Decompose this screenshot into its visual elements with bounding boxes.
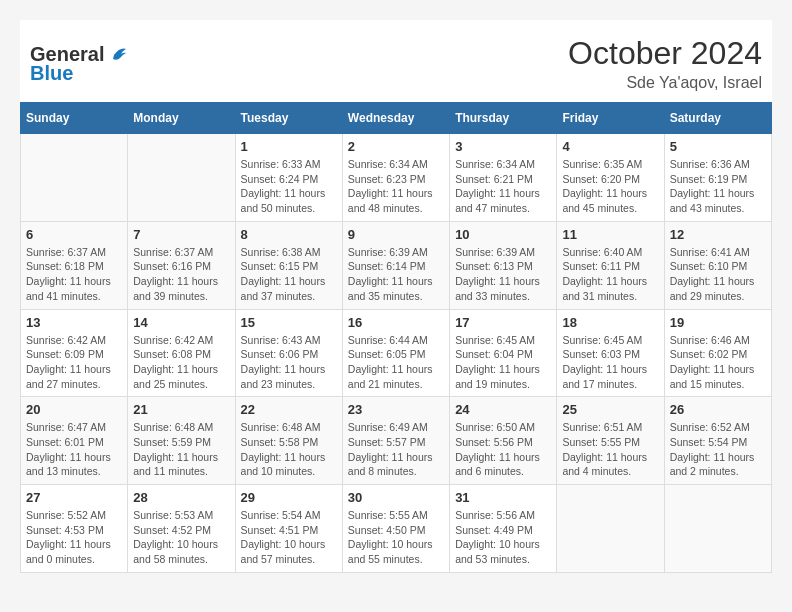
- day-number: 7: [133, 227, 229, 242]
- day-of-week-header: Thursday: [450, 103, 557, 134]
- calendar-day-cell: 12Sunrise: 6:41 AMSunset: 6:10 PMDayligh…: [664, 221, 771, 309]
- day-info: Sunrise: 5:54 AMSunset: 4:51 PMDaylight:…: [241, 508, 337, 567]
- calendar-day-cell: 18Sunrise: 6:45 AMSunset: 6:03 PMDayligh…: [557, 309, 664, 397]
- day-number: 15: [241, 315, 337, 330]
- calendar-day-cell: 11Sunrise: 6:40 AMSunset: 6:11 PMDayligh…: [557, 221, 664, 309]
- calendar-day-cell: 21Sunrise: 6:48 AMSunset: 5:59 PMDayligh…: [128, 397, 235, 485]
- day-info: Sunrise: 6:40 AMSunset: 6:11 PMDaylight:…: [562, 245, 658, 304]
- calendar-day-cell: 19Sunrise: 6:46 AMSunset: 6:02 PMDayligh…: [664, 309, 771, 397]
- calendar-day-cell: 29Sunrise: 5:54 AMSunset: 4:51 PMDayligh…: [235, 485, 342, 573]
- calendar-week-row: 1Sunrise: 6:33 AMSunset: 6:24 PMDaylight…: [21, 134, 772, 222]
- day-info: Sunrise: 5:56 AMSunset: 4:49 PMDaylight:…: [455, 508, 551, 567]
- day-info: Sunrise: 6:49 AMSunset: 5:57 PMDaylight:…: [348, 420, 444, 479]
- day-info: Sunrise: 6:37 AMSunset: 6:18 PMDaylight:…: [26, 245, 122, 304]
- day-number: 29: [241, 490, 337, 505]
- day-number: 23: [348, 402, 444, 417]
- calendar-day-cell: 3Sunrise: 6:34 AMSunset: 6:21 PMDaylight…: [450, 134, 557, 222]
- day-info: Sunrise: 6:44 AMSunset: 6:05 PMDaylight:…: [348, 333, 444, 392]
- day-number: 20: [26, 402, 122, 417]
- day-info: Sunrise: 6:48 AMSunset: 5:59 PMDaylight:…: [133, 420, 229, 479]
- day-number: 12: [670, 227, 766, 242]
- day-number: 11: [562, 227, 658, 242]
- day-info: Sunrise: 6:42 AMSunset: 6:09 PMDaylight:…: [26, 333, 122, 392]
- day-info: Sunrise: 6:42 AMSunset: 6:08 PMDaylight:…: [133, 333, 229, 392]
- logo-blue-text: Blue: [30, 62, 73, 85]
- day-number: 5: [670, 139, 766, 154]
- day-number: 4: [562, 139, 658, 154]
- calendar-day-cell: 14Sunrise: 6:42 AMSunset: 6:08 PMDayligh…: [128, 309, 235, 397]
- day-number: 10: [455, 227, 551, 242]
- day-of-week-header: Tuesday: [235, 103, 342, 134]
- calendar-day-cell: [664, 485, 771, 573]
- calendar-week-row: 13Sunrise: 6:42 AMSunset: 6:09 PMDayligh…: [21, 309, 772, 397]
- day-of-week-header: Saturday: [664, 103, 771, 134]
- day-number: 24: [455, 402, 551, 417]
- calendar-day-cell: 8Sunrise: 6:38 AMSunset: 6:15 PMDaylight…: [235, 221, 342, 309]
- day-info: Sunrise: 6:34 AMSunset: 6:23 PMDaylight:…: [348, 157, 444, 216]
- calendar-day-cell: 6Sunrise: 6:37 AMSunset: 6:18 PMDaylight…: [21, 221, 128, 309]
- day-info: Sunrise: 6:47 AMSunset: 6:01 PMDaylight:…: [26, 420, 122, 479]
- calendar-week-row: 6Sunrise: 6:37 AMSunset: 6:18 PMDaylight…: [21, 221, 772, 309]
- day-number: 26: [670, 402, 766, 417]
- calendar-header-row: SundayMondayTuesdayWednesdayThursdayFrid…: [21, 103, 772, 134]
- day-number: 13: [26, 315, 122, 330]
- day-info: Sunrise: 5:53 AMSunset: 4:52 PMDaylight:…: [133, 508, 229, 567]
- calendar-day-cell: 28Sunrise: 5:53 AMSunset: 4:52 PMDayligh…: [128, 485, 235, 573]
- day-info: Sunrise: 6:46 AMSunset: 6:02 PMDaylight:…: [670, 333, 766, 392]
- day-info: Sunrise: 6:43 AMSunset: 6:06 PMDaylight:…: [241, 333, 337, 392]
- day-info: Sunrise: 6:33 AMSunset: 6:24 PMDaylight:…: [241, 157, 337, 216]
- day-number: 3: [455, 139, 551, 154]
- calendar-day-cell: 2Sunrise: 6:34 AMSunset: 6:23 PMDaylight…: [342, 134, 449, 222]
- day-info: Sunrise: 6:48 AMSunset: 5:58 PMDaylight:…: [241, 420, 337, 479]
- day-of-week-header: Monday: [128, 103, 235, 134]
- calendar-day-cell: 22Sunrise: 6:48 AMSunset: 5:58 PMDayligh…: [235, 397, 342, 485]
- logo: General Blue: [30, 43, 128, 85]
- calendar-day-cell: 5Sunrise: 6:36 AMSunset: 6:19 PMDaylight…: [664, 134, 771, 222]
- calendar-day-cell: 23Sunrise: 6:49 AMSunset: 5:57 PMDayligh…: [342, 397, 449, 485]
- day-number: 25: [562, 402, 658, 417]
- calendar-week-row: 27Sunrise: 5:52 AMSunset: 4:53 PMDayligh…: [21, 485, 772, 573]
- day-of-week-header: Sunday: [21, 103, 128, 134]
- location-title: Sde Ya'aqov, Israel: [568, 74, 762, 92]
- calendar-day-cell: 10Sunrise: 6:39 AMSunset: 6:13 PMDayligh…: [450, 221, 557, 309]
- day-number: 2: [348, 139, 444, 154]
- calendar-container: General Blue October 2024 Sde Ya'aqov, I…: [20, 20, 772, 573]
- day-number: 9: [348, 227, 444, 242]
- title-section: October 2024 Sde Ya'aqov, Israel: [568, 35, 762, 92]
- calendar-day-cell: 27Sunrise: 5:52 AMSunset: 4:53 PMDayligh…: [21, 485, 128, 573]
- day-info: Sunrise: 6:50 AMSunset: 5:56 PMDaylight:…: [455, 420, 551, 479]
- day-info: Sunrise: 6:39 AMSunset: 6:14 PMDaylight:…: [348, 245, 444, 304]
- day-number: 18: [562, 315, 658, 330]
- day-number: 31: [455, 490, 551, 505]
- day-info: Sunrise: 5:52 AMSunset: 4:53 PMDaylight:…: [26, 508, 122, 567]
- calendar-day-cell: 26Sunrise: 6:52 AMSunset: 5:54 PMDayligh…: [664, 397, 771, 485]
- day-number: 17: [455, 315, 551, 330]
- day-of-week-header: Wednesday: [342, 103, 449, 134]
- calendar-day-cell: 7Sunrise: 6:37 AMSunset: 6:16 PMDaylight…: [128, 221, 235, 309]
- day-info: Sunrise: 6:45 AMSunset: 6:03 PMDaylight:…: [562, 333, 658, 392]
- calendar-week-row: 20Sunrise: 6:47 AMSunset: 6:01 PMDayligh…: [21, 397, 772, 485]
- day-info: Sunrise: 6:52 AMSunset: 5:54 PMDaylight:…: [670, 420, 766, 479]
- calendar-day-cell: 17Sunrise: 6:45 AMSunset: 6:04 PMDayligh…: [450, 309, 557, 397]
- day-number: 21: [133, 402, 229, 417]
- day-info: Sunrise: 5:55 AMSunset: 4:50 PMDaylight:…: [348, 508, 444, 567]
- day-info: Sunrise: 6:41 AMSunset: 6:10 PMDaylight:…: [670, 245, 766, 304]
- day-number: 30: [348, 490, 444, 505]
- day-info: Sunrise: 6:36 AMSunset: 6:19 PMDaylight:…: [670, 157, 766, 216]
- calendar-day-cell: 31Sunrise: 5:56 AMSunset: 4:49 PMDayligh…: [450, 485, 557, 573]
- day-info: Sunrise: 6:37 AMSunset: 6:16 PMDaylight:…: [133, 245, 229, 304]
- day-number: 1: [241, 139, 337, 154]
- calendar-day-cell: 16Sunrise: 6:44 AMSunset: 6:05 PMDayligh…: [342, 309, 449, 397]
- calendar-day-cell: 15Sunrise: 6:43 AMSunset: 6:06 PMDayligh…: [235, 309, 342, 397]
- calendar-day-cell: 9Sunrise: 6:39 AMSunset: 6:14 PMDaylight…: [342, 221, 449, 309]
- calendar-day-cell: 13Sunrise: 6:42 AMSunset: 6:09 PMDayligh…: [21, 309, 128, 397]
- day-number: 8: [241, 227, 337, 242]
- day-info: Sunrise: 6:51 AMSunset: 5:55 PMDaylight:…: [562, 420, 658, 479]
- calendar-day-cell: [557, 485, 664, 573]
- header: General Blue October 2024 Sde Ya'aqov, I…: [20, 20, 772, 102]
- day-number: 28: [133, 490, 229, 505]
- day-number: 16: [348, 315, 444, 330]
- day-number: 19: [670, 315, 766, 330]
- day-info: Sunrise: 6:38 AMSunset: 6:15 PMDaylight:…: [241, 245, 337, 304]
- calendar-day-cell: 20Sunrise: 6:47 AMSunset: 6:01 PMDayligh…: [21, 397, 128, 485]
